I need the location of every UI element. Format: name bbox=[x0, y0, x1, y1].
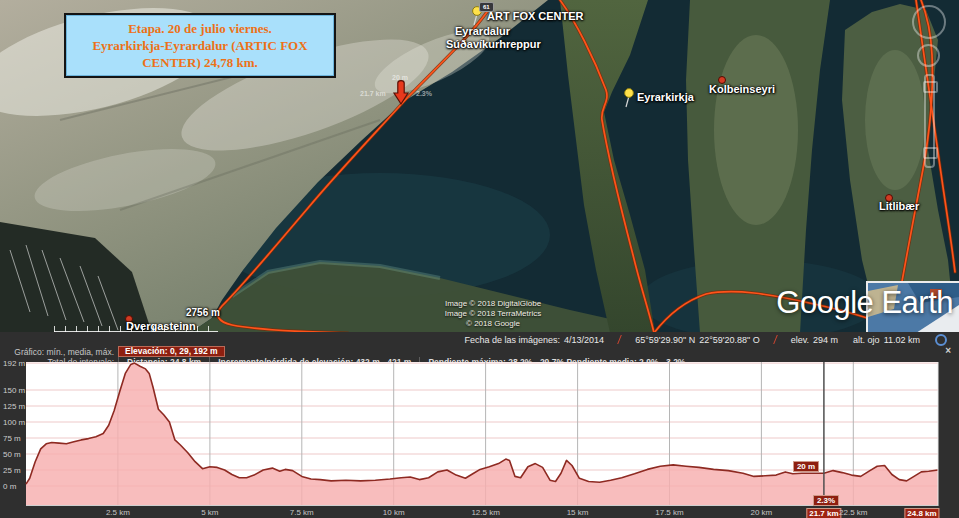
google-earth-window: ART FOX CENTEREyrardalurSúðavíkurhreppur… bbox=[0, 0, 959, 518]
map-label-art-fox-center[interactable]: ART FOX CENTER bbox=[487, 10, 584, 22]
y-axis-tick: 50 m bbox=[3, 450, 21, 459]
y-axis-tick: 0 m bbox=[3, 482, 16, 491]
imagery-attribution: Image © 2018 DigitalGlobe Image © 2018 T… bbox=[418, 299, 568, 329]
cursor-elevation-badge: 20 m bbox=[793, 461, 819, 472]
y-axis-tick: 150 m bbox=[3, 386, 25, 395]
latitude-value: 65°59'29.90" N bbox=[635, 335, 695, 345]
zoom-slider[interactable] bbox=[924, 74, 935, 168]
divider bbox=[617, 335, 622, 344]
attribution-line: Image © 2018 TerraMetrics bbox=[418, 309, 568, 319]
y-axis-tick: 25 m bbox=[3, 466, 21, 475]
map-label-kolbeinseyri[interactable]: Kolbeinseyri bbox=[709, 83, 775, 95]
elevation-label: elev. bbox=[791, 335, 809, 345]
route-position-marker[interactable]: 20 m 21.7 km 2.3% bbox=[358, 74, 468, 114]
chart-x-axis: 2.5 km5 km7.5 km10 km12.5 km15 km17.5 km… bbox=[0, 508, 959, 518]
look-joystick[interactable] bbox=[912, 5, 946, 39]
map-label-litlibaer[interactable]: Litlibær bbox=[879, 200, 919, 212]
marker-distance-label: 21.7 km bbox=[360, 90, 386, 97]
google-earth-logo: Google Earth bbox=[776, 285, 953, 321]
zoom-in-handle[interactable] bbox=[923, 81, 938, 93]
x-axis-tick: 17.5 km bbox=[655, 508, 683, 517]
route-info-box[interactable]: Etapa. 20 de julio viernes. Eyrarkirkja-… bbox=[64, 13, 336, 78]
pushpin-icon-eyrarkirkja[interactable] bbox=[623, 88, 635, 112]
map-label-eyrarkirkja[interactable]: Eyrarkirkja bbox=[637, 91, 694, 103]
eye-altitude-label: alt. ojo bbox=[853, 335, 880, 345]
marker-slope-label: 2.3% bbox=[416, 90, 432, 97]
y-axis-tick: 75 m bbox=[3, 434, 21, 443]
red-arrow-icon bbox=[391, 80, 411, 106]
x-axis-tick: 24.8 km bbox=[904, 508, 939, 518]
zoom-out-handle[interactable] bbox=[923, 147, 938, 159]
map-label-sudavikurhreppur[interactable]: Súðavíkurhreppur bbox=[446, 38, 541, 50]
imagery-date-value: 4/13/2014 bbox=[564, 335, 604, 345]
attribution-line: Image © 2018 DigitalGlobe bbox=[418, 299, 568, 309]
y-axis-tick: 125 m bbox=[3, 402, 25, 411]
map-label-distance-2756[interactable]: 2756 m bbox=[186, 307, 220, 318]
x-axis-tick: 20 km bbox=[750, 508, 772, 517]
info-box-line: Etapa. 20 de julio viernes. bbox=[74, 20, 326, 37]
x-axis-tick: 12.5 km bbox=[471, 508, 499, 517]
road-61-badge: 61 bbox=[479, 2, 494, 12]
divider bbox=[773, 335, 778, 344]
status-bar: Fecha de las imágenes: 4/13/2014 65°59'2… bbox=[0, 332, 959, 346]
x-axis-tick: 22.5 km bbox=[839, 508, 867, 517]
streaming-indicator-icon bbox=[935, 334, 947, 346]
info-box-line: Eyrarkirkja-Eyrardalur (ARTIC FOX bbox=[74, 37, 326, 54]
cursor-slope-badge: 2.3% bbox=[813, 495, 839, 506]
profile-header-graph: Gráfico: mín., media, máx. Elevación: 0,… bbox=[0, 347, 959, 356]
map-label-eyrardalur[interactable]: Eyrardalur bbox=[455, 25, 510, 37]
imagery-date-label: Fecha de las imágenes: bbox=[465, 335, 561, 345]
elevation-value: 294 m bbox=[813, 335, 838, 345]
attribution-line: © 2018 Google bbox=[418, 319, 568, 329]
x-axis-tick: 2.5 km bbox=[106, 508, 130, 517]
x-axis-tick: 15 km bbox=[567, 508, 589, 517]
x-axis-tick: 7.5 km bbox=[290, 508, 314, 517]
y-axis-tick: 100 m bbox=[3, 418, 25, 427]
info-box-line: CENTER) 24,78 km. bbox=[74, 54, 326, 71]
close-profile-button[interactable]: × bbox=[945, 345, 951, 356]
elevation-profile-panel: Fecha de las imágenes: 4/13/2014 65°59'2… bbox=[0, 332, 959, 518]
elevation-chart[interactable] bbox=[0, 362, 959, 506]
elevation-summary-badge: Elevación: 0, 29, 192 m bbox=[118, 346, 225, 357]
map-view[interactable]: ART FOX CENTEREyrardalurSúðavíkurhreppur… bbox=[0, 0, 959, 333]
x-axis-tick: 21.7 km bbox=[806, 508, 841, 518]
longitude-value: 22°59'20.88" O bbox=[699, 335, 760, 345]
y-axis-tick: 192 m bbox=[3, 359, 25, 368]
x-axis-tick: 5 km bbox=[201, 508, 218, 517]
eye-altitude-value: 11.02 km bbox=[884, 335, 920, 345]
elevation-chart-plot[interactable] bbox=[0, 362, 959, 506]
move-joystick[interactable] bbox=[917, 44, 940, 67]
graph-stats-label: Gráfico: mín., media, máx. bbox=[0, 347, 114, 357]
x-axis-tick: 10 km bbox=[383, 508, 405, 517]
